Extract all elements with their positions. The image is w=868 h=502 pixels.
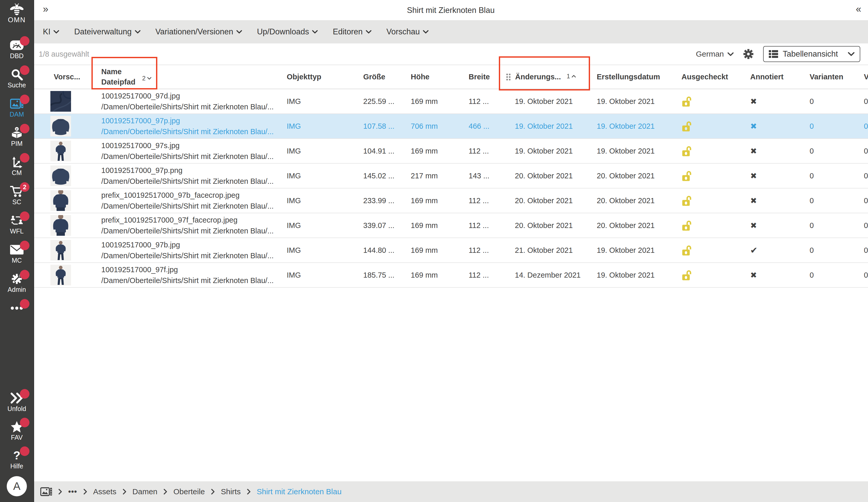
- app-logo[interactable]: OMN: [8, 3, 26, 23]
- breadcrumb-item[interactable]: Shirt mit Zierknoten Blau: [257, 487, 342, 496]
- created-date: 20. Oktober 2021: [597, 172, 679, 180]
- breadcrumb-item[interactable]: Assets: [93, 487, 116, 496]
- drag-handle-icon[interactable]: [506, 74, 510, 80]
- width-value: 112 ...: [468, 271, 506, 279]
- versions-count-cut: 0: [863, 221, 868, 230]
- unlocked-icon: [682, 96, 692, 107]
- created-date: 19. Oktober 2021: [597, 97, 679, 106]
- column-header-vorschau[interactable]: Vorsc...: [34, 73, 101, 81]
- file-name[interactable]: prefix_100192517000_97f_facecrop.jpeg: [101, 214, 287, 225]
- asset-thumbnail[interactable]: [50, 141, 71, 161]
- menu-item-editoren[interactable]: Editoren: [333, 27, 371, 37]
- settings-gear-icon[interactable]: [743, 49, 754, 59]
- sidebar-item-fav[interactable]: FAV: [0, 421, 34, 441]
- sort-indicator-secondary[interactable]: 2: [142, 73, 151, 83]
- menu-item-vorschau[interactable]: Vorschau: [386, 27, 428, 37]
- annotated-status-icon: ✔: [750, 245, 758, 255]
- menu-item-up-downloads[interactable]: Up/Downloads: [257, 27, 318, 37]
- annotated-status-icon: ✖: [750, 271, 757, 280]
- sidebar-item-more[interactable]: [0, 302, 34, 315]
- modified-date: 19. Oktober 2021: [506, 97, 597, 106]
- height-value: 169 mm: [410, 271, 468, 279]
- language-dropdown[interactable]: German: [696, 50, 734, 58]
- unlocked-icon: [682, 270, 692, 280]
- column-header-ausgecheckt[interactable]: Ausgecheckt: [679, 73, 747, 81]
- table-row[interactable]: prefix_100192517000_97b_facecrop.jpeg /D…: [34, 189, 868, 213]
- column-header-hoehe[interactable]: Höhe: [410, 73, 468, 81]
- height-value: 169 mm: [410, 197, 468, 205]
- height-value: 169 mm: [410, 246, 468, 254]
- file-name[interactable]: 100192517000_97f.jpg: [101, 264, 287, 275]
- file-name[interactable]: prefix_100192517000_97b_facecrop.jpeg: [101, 190, 287, 201]
- sidebar-item-hilfe[interactable]: Hilfe: [0, 450, 34, 470]
- menu-item-variationen-versionen[interactable]: Variationen/Versionen: [156, 27, 242, 37]
- sidebar-item-dam[interactable]: DAM: [0, 98, 34, 118]
- sidebar-item-mc[interactable]: MC: [0, 244, 34, 264]
- file-name[interactable]: 100192517000_97p.jpg: [101, 115, 287, 126]
- table-row[interactable]: 100192517000_97f.jpg /Damen/Oberteile/Sh…: [34, 263, 868, 288]
- file-name[interactable]: 100192517000_97d.jpg: [101, 90, 287, 101]
- sidebar-items: DBD Suche DAM PIM CM SC 2 WFL MC: [0, 23, 34, 315]
- collapse-panel-button[interactable]: «: [856, 3, 861, 15]
- asset-thumbnail[interactable]: [50, 215, 71, 236]
- column-header-aenderungsdatum[interactable]: Änderungs... 1: [506, 73, 597, 81]
- asset-thumbnail[interactable]: [50, 91, 71, 112]
- chevron-down-icon: [312, 30, 318, 33]
- modified-date: 19. Oktober 2021: [506, 122, 597, 131]
- chevron-down-icon: [727, 52, 734, 56]
- file-path: /Damen/Oberteile/Shirts/Shirt mit Zierkn…: [101, 151, 287, 162]
- modified-date: 21. Oktober 2021: [506, 246, 597, 254]
- column-header-breite[interactable]: Breite: [468, 73, 506, 81]
- column-header-erstellungsdatum[interactable]: Erstellungsdatum: [597, 73, 679, 81]
- file-name[interactable]: 100192517000_97b.jpg: [101, 239, 287, 250]
- table-row[interactable]: 100192517000_97p.jpg /Damen/Oberteile/Sh…: [34, 114, 868, 139]
- height-value: 169 mm: [410, 97, 468, 106]
- image-icon[interactable]: [40, 487, 52, 496]
- chevron-right-icon: [211, 489, 215, 494]
- breadcrumb-item[interactable]: Damen: [133, 487, 158, 496]
- sidebar-item-unfold[interactable]: Unfold: [0, 392, 34, 412]
- column-header-versionen-cut[interactable]: V: [863, 73, 868, 81]
- breadcrumb-item[interactable]: •••: [68, 487, 77, 496]
- column-header-objekttyp[interactable]: Objekttyp: [287, 73, 362, 81]
- thumbnail-image: [50, 116, 71, 137]
- asset-thumbnail[interactable]: [50, 265, 71, 285]
- column-header-annotiert[interactable]: Annotiert: [747, 73, 809, 81]
- breadcrumb-item[interactable]: Oberteile: [173, 487, 205, 496]
- sidebar-item-sc[interactable]: SC 2: [0, 185, 34, 205]
- sidebar-item-suche[interactable]: Suche: [0, 69, 34, 88]
- versions-count-cut: 0: [863, 147, 868, 155]
- sidebar-item-cm[interactable]: CM: [0, 156, 34, 176]
- table-row[interactable]: 100192517000_97d.jpg /Damen/Oberteile/Sh…: [34, 89, 868, 114]
- created-date: 19. Oktober 2021: [597, 122, 679, 131]
- sort-indicator-primary[interactable]: 1: [567, 73, 576, 80]
- asset-thumbnail[interactable]: [50, 116, 71, 137]
- expand-panel-button[interactable]: »: [43, 3, 48, 15]
- file-name[interactable]: 100192517000_97p.png: [101, 165, 287, 176]
- asset-thumbnail[interactable]: [50, 190, 71, 211]
- file-size: 145.02 ...: [362, 172, 410, 180]
- sidebar-item-pim[interactable]: PIM: [0, 127, 34, 147]
- object-type: IMG: [287, 122, 362, 131]
- table-row[interactable]: prefix_100192517000_97f_facecrop.jpeg /D…: [34, 213, 868, 238]
- file-path: /Damen/Oberteile/Shirts/Shirt mit Zierkn…: [101, 176, 287, 187]
- asset-thumbnail[interactable]: [50, 165, 71, 186]
- table-row[interactable]: 100192517000_97b.jpg /Damen/Oberteile/Sh…: [34, 238, 868, 263]
- view-mode-select[interactable]: Tabellenansicht: [763, 46, 860, 62]
- menu-item-dateiverwaltung[interactable]: Dateiverwaltung: [74, 27, 140, 37]
- file-name[interactable]: 100192517000_97s.jpg: [101, 140, 287, 151]
- menu-item-ki[interactable]: KI: [43, 27, 59, 37]
- table-header: Vorsc... Name Dateipfad2 Objekttyp Größe…: [34, 64, 868, 89]
- sidebar-item-admin[interactable]: Admin: [0, 273, 34, 293]
- breadcrumb-item[interactable]: Shirts: [221, 487, 241, 496]
- column-header-groesse[interactable]: Größe: [362, 73, 410, 81]
- width-value: 112 ...: [468, 197, 506, 205]
- table-row[interactable]: 100192517000_97s.jpg /Damen/Oberteile/Sh…: [34, 139, 868, 164]
- column-header-name-dateipfad[interactable]: Name Dateipfad2: [101, 67, 287, 88]
- table-row[interactable]: 100192517000_97p.png /Damen/Oberteile/Sh…: [34, 164, 868, 189]
- asset-thumbnail[interactable]: [50, 240, 71, 261]
- avatar[interactable]: A: [7, 476, 27, 496]
- column-header-varianten[interactable]: Varianten: [809, 73, 863, 81]
- sidebar-item-dbd[interactable]: DBD: [0, 39, 34, 59]
- sidebar-item-wfl[interactable]: WFL: [0, 214, 34, 234]
